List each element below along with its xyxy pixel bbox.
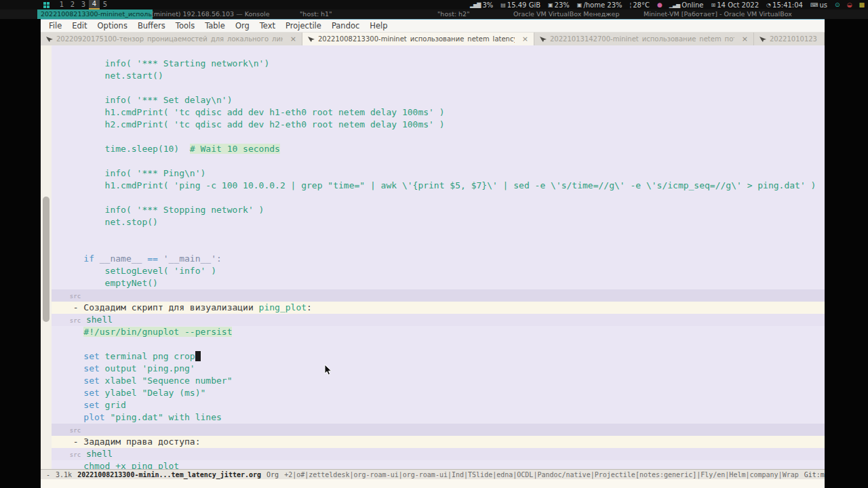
- tray-item-clock[interactable]: ◔15:41:04: [766, 1, 803, 9]
- disk-root-icon: ▣: [548, 2, 553, 8]
- tab-4[interactable]: 20221010123: [754, 33, 825, 45]
- tab-3[interactable]: 20221013142700-mininet_использование_net…: [534, 33, 754, 45]
- menu-edit[interactable]: Edit: [72, 21, 87, 30]
- tray-label: 14 Oct 2022: [717, 1, 759, 9]
- buffer-line: if __name__ == '__main__':: [52, 253, 825, 265]
- buffer-line: [52, 241, 825, 253]
- buffer-line: src: [52, 424, 825, 436]
- cpu-usage-icon: ▂▅▇: [470, 2, 480, 8]
- network-icon: ▁▃▅: [669, 2, 679, 8]
- tray-item-network[interactable]: ▁▃▅Online: [669, 1, 704, 9]
- taskbar-item-3[interactable]: "host: h1": [296, 9, 336, 19]
- tab-label: 20220920175100-тензор_проницаемостей_для…: [56, 35, 283, 43]
- echo-area[interactable]: [41, 479, 825, 488]
- taskbar-item-6[interactable]: Mininet-VM [Работает] - Oracle VM Virtua…: [640, 9, 795, 19]
- menu-buffers[interactable]: Buffers: [138, 21, 165, 30]
- tray-label: /home 23%: [583, 1, 622, 9]
- menu-projectile[interactable]: Projectile: [285, 21, 321, 30]
- menu-org[interactable]: Org: [235, 21, 250, 30]
- scrollbar-track[interactable]: [41, 45, 52, 469]
- buffer-line: net.stop(): [52, 216, 825, 228]
- tray-label: 3%: [482, 1, 493, 9]
- emacs-frame: FileEditOptionsBuffersToolsTableOrgTextP…: [41, 19, 825, 488]
- tray-item-power[interactable]: ⊙: [835, 1, 840, 8]
- tray-item-keyboard-layout[interactable]: ⌨us: [810, 1, 827, 9]
- tray-item-app-indicator[interactable]: ●: [657, 1, 662, 8]
- workspace-2[interactable]: 2: [67, 0, 78, 9]
- menu-table[interactable]: Table: [205, 21, 225, 30]
- workspace-1[interactable]: 1: [56, 0, 67, 9]
- tray-item-memory[interactable]: ▤15.49 GiB: [500, 1, 540, 9]
- buffer-line: info( '*** Stopping network' ): [52, 204, 825, 216]
- system-panel: 12345 ▂▅▇3%▤15.49 GiB▣23%▣/home 23%¦28°C…: [0, 0, 868, 9]
- buffer-line: src shell: [52, 448, 825, 460]
- app-grid-icon[interactable]: [43, 2, 50, 8]
- tray-item-record[interactable]: ◒: [847, 1, 852, 8]
- tray-item-disk-home[interactable]: ▣/home 23%: [577, 1, 623, 9]
- menu-file[interactable]: File: [49, 21, 62, 30]
- tab-1[interactable]: 20220920175100-тензор_проницаемостей_для…: [41, 33, 302, 45]
- workspace-4[interactable]: 4: [89, 0, 100, 9]
- workspace-5[interactable]: 5: [100, 0, 111, 9]
- tab-close-icon[interactable]: ×: [286, 35, 296, 43]
- menu-pandoc[interactable]: Pandoc: [332, 21, 359, 30]
- menu-help[interactable]: Help: [370, 21, 387, 30]
- menu-tools[interactable]: Tools: [176, 21, 195, 30]
- tray-label: 23%: [555, 1, 570, 9]
- tab-2[interactable]: 20221008213300-mininet_использование_net…: [302, 33, 534, 45]
- taskbar-item-1[interactable]: 20221008213300-mininet_использование_net…: [37, 9, 153, 19]
- buffer-line: - Создадим скрипт для визуализации ping_…: [52, 302, 825, 314]
- tray-item-temperature[interactable]: ¦28°C: [630, 1, 650, 9]
- tab-close-icon[interactable]: ×: [738, 35, 748, 43]
- modeline-git-branch: Git:master ??: [804, 471, 825, 479]
- tray-item-calendar[interactable]: ⊞14 Oct 2022: [711, 1, 760, 9]
- modeline-buffer-name: 20221008213300-minin...tem_latency_jitte…: [77, 471, 261, 479]
- org-roam-icon: [46, 36, 53, 43]
- workspace-switcher: 12345: [56, 0, 111, 9]
- buffer-line: net.start(): [52, 70, 825, 82]
- tray-app-icon: ▩: [859, 1, 864, 8]
- power-icon: ⊙: [835, 1, 840, 8]
- taskbar-item-5[interactable]: Oracle VM VirtualBox Менеджер: [510, 9, 623, 19]
- buffer-line: [52, 155, 825, 167]
- scrollbar-thumb[interactable]: [43, 197, 50, 322]
- buffer-line: set terminal png crop: [52, 350, 825, 363]
- mouse-cursor: [324, 364, 332, 379]
- org-roam-icon: [540, 36, 547, 43]
- buffer-lines: info( '*** Starting network\n') net.star…: [52, 45, 825, 469]
- taskbar: 20221008213300-mininet_использование_net…: [0, 9, 868, 19]
- menu-bar: FileEditOptionsBuffersToolsTableOrgTextP…: [41, 20, 825, 33]
- tray-item-tray-app[interactable]: ▩: [859, 1, 864, 8]
- buffer-line: set ylabel "Delay (ms)": [52, 387, 825, 399]
- workspace-3[interactable]: 3: [78, 0, 89, 9]
- tab-label: 20221008213300-mininet_использование_net…: [318, 35, 515, 43]
- buffer-line: info( '*** Starting network\n'): [52, 58, 825, 70]
- buffer-line: set xlabel "Sequence number": [52, 375, 825, 387]
- buffer-line: info( '*** Set delay\n'): [52, 94, 825, 106]
- buffer-line: h1.cmdPrint( 'ping -c 100 10.0.0.2 | gre…: [52, 180, 825, 192]
- menu-text[interactable]: Text: [260, 21, 275, 30]
- tab-label: 20221010123: [770, 35, 817, 43]
- temperature-icon: ¦: [630, 2, 631, 8]
- buffer-line: src: [52, 289, 825, 302]
- tray-item-disk-root[interactable]: ▣23%: [548, 1, 570, 9]
- modeline-size: 3.1k: [56, 471, 72, 479]
- calendar-icon: ⊞: [711, 2, 715, 8]
- menu-options[interactable]: Options: [98, 21, 127, 30]
- clock-icon: ◔: [766, 2, 770, 8]
- buffer-line: #!/usr/bin/gnuplot --persist: [52, 326, 825, 338]
- buffer-line: setLogLevel( 'info' ): [52, 265, 825, 277]
- taskbar-item-4[interactable]: "host: h2": [434, 9, 473, 19]
- disk-home-icon: ▣: [577, 2, 582, 8]
- memory-icon: ▤: [500, 2, 505, 8]
- desktop: 12345 ▂▅▇3%▤15.49 GiB▣23%▣/home 23%¦28°C…: [0, 0, 868, 488]
- buffer-line: info( '*** Ping\n'): [52, 167, 825, 180]
- tab-close-icon[interactable]: ×: [518, 35, 528, 43]
- taskbar-item-2[interactable]: (mininet) 192.168.56.103 — Konsole: [148, 9, 273, 19]
- mode-line: - 3.1k 20221008213300-minin...tem_latenc…: [41, 469, 825, 479]
- buffer-line: set grid: [52, 399, 825, 411]
- buffer-line: [52, 228, 825, 241]
- system-tray: ▂▅▇3%▤15.49 GiB▣23%▣/home 23%¦28°C●▁▃▅On…: [470, 1, 868, 9]
- buffer-line: - Зададим права доступа:: [52, 436, 825, 448]
- tray-item-cpu-usage[interactable]: ▂▅▇3%: [470, 1, 493, 9]
